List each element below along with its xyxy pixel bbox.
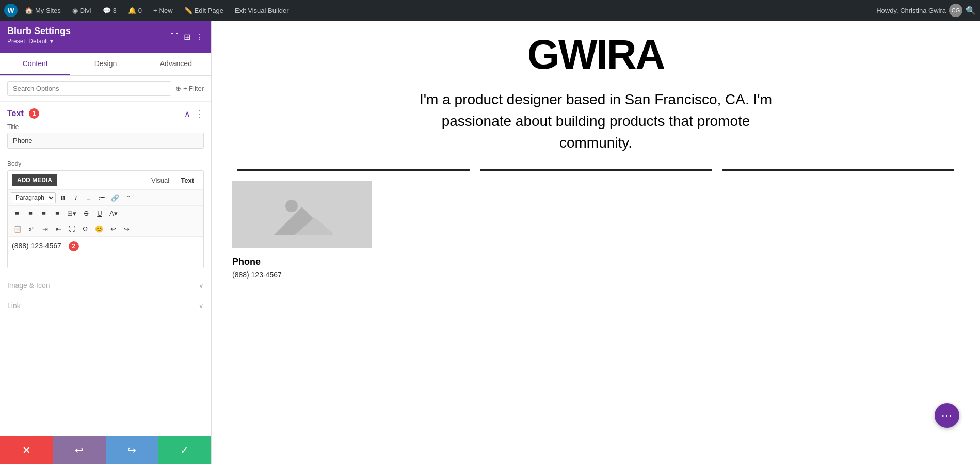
fullscreen-button[interactable]: ⛶ (66, 223, 78, 234)
link-section: Link ∨ (7, 294, 204, 314)
text-section-header: Text 1 ∧ ⋮ (7, 108, 204, 119)
add-media-button[interactable]: ADD MEDIA (12, 174, 57, 186)
bottom-bar: ✕ ↩ ↪ ✓ (0, 436, 211, 464)
save-button[interactable]: ✓ (158, 436, 211, 464)
nav-my-sites[interactable]: 🏠 My Sites (21, 5, 65, 17)
text-section-badge: 1 (29, 108, 39, 119)
nav-comments[interactable]: 💬 3 (99, 5, 121, 17)
cancel-button[interactable]: ✕ (0, 436, 53, 464)
nav-bubbles[interactable]: 🔔 0 (124, 5, 146, 17)
fab-button[interactable]: ··· (935, 403, 959, 428)
superscript-button[interactable]: x² (25, 223, 38, 234)
body-badge: 2 (69, 241, 79, 251)
panel-content: Text 1 ∧ ⋮ Title Body (0, 102, 211, 436)
justify-button[interactable]: ≡ (51, 208, 63, 219)
more-icon[interactable]: ⋮ (196, 32, 204, 42)
nav-edit-page[interactable]: ✏️ Edit Page (180, 5, 228, 17)
editor-toolbar-row2: ≡ ≡ ≡ ≡ ⊞▾ S U A▾ (8, 206, 203, 221)
table-button[interactable]: ⊞▾ (65, 208, 79, 219)
top-nav: W 🏠 My Sites ◉ Divi 💬 3 🔔 0 + New ✏️ Edi… (0, 0, 980, 21)
wordpress-icon[interactable]: W (4, 4, 18, 17)
redo-button[interactable]: ↪ (106, 436, 158, 464)
body-field-group: Body ADD MEDIA Visual Text Paragraph (7, 160, 204, 268)
search-row: ⊕ + Filter (0, 76, 211, 102)
search-icon[interactable]: 🔍 (966, 6, 976, 15)
outdent-button[interactable]: ⇤ (52, 223, 65, 234)
pencil-icon: ✏️ (184, 7, 192, 14)
visual-tab[interactable]: Visual (146, 175, 174, 186)
body-label: Body (7, 160, 204, 167)
site-title: GWIRA (232, 31, 959, 78)
align-center-button[interactable]: ≡ (24, 208, 37, 219)
formatting-group: B I ≡ ≔ 🔗 " (57, 192, 135, 203)
split-view-icon[interactable]: ⊞ (184, 32, 190, 42)
placeholder-svg (271, 191, 333, 238)
align-right-button[interactable]: ≡ (38, 208, 50, 219)
nav-right: Howdy, Christina Gwira CG 🔍 (876, 4, 976, 17)
text-color-button[interactable]: A▾ (107, 208, 120, 219)
ordered-list-button[interactable]: ≔ (95, 193, 108, 203)
bubble-icon: 🔔 (128, 7, 136, 14)
section-menu-icon[interactable]: ⋮ (195, 108, 204, 119)
panel-title: Blurb Settings (7, 26, 71, 37)
editor-toolbar-row1: Paragraph B I ≡ ≔ 🔗 " (8, 190, 203, 206)
link-arrow: ∨ (199, 302, 204, 310)
unordered-list-button[interactable]: ≡ (83, 193, 95, 203)
panel-header: Blurb Settings Preset: Default ▾ ⛶ ⊞ ⋮ (0, 21, 211, 53)
image-icon-arrow: ∨ (199, 282, 204, 290)
special-char-button[interactable]: Ω (79, 223, 91, 234)
right-content: GWIRA I'm a product designer based in Sa… (212, 21, 980, 464)
horizontal-lines (232, 169, 959, 171)
tab-design[interactable]: Design (70, 53, 140, 75)
image-icon-header[interactable]: Image & Icon ∨ (7, 281, 204, 290)
text-tab[interactable]: Text (175, 175, 199, 186)
blockquote-button[interactable]: " (122, 193, 135, 203)
paste-text-button[interactable]: 📋 (11, 223, 24, 234)
editor-container: ADD MEDIA Visual Text Paragraph B (7, 170, 204, 268)
nav-exit-builder[interactable]: Exit Visual Builder (231, 5, 293, 17)
blurb-body: (888) 123-4567 (232, 270, 387, 279)
title-input[interactable] (7, 133, 204, 149)
section-title-text: Text (7, 109, 24, 118)
visual-text-tabs: Visual Text (146, 175, 199, 186)
h-line-1 (237, 169, 470, 171)
nav-new[interactable]: + New (149, 5, 177, 17)
strikethrough-button[interactable]: S (80, 208, 92, 219)
blurb-card: Phone (888) 123-4567 (232, 181, 387, 279)
editor-toolbar-row3: 📋 x² ⇥ ⇤ ⛶ Ω 😊 ↩ ↪ (8, 221, 203, 237)
plus-icon: + (153, 7, 157, 14)
nav-divi[interactable]: ◉ Divi (68, 5, 95, 17)
panel-header-icons: ⛶ ⊞ ⋮ (170, 32, 204, 42)
tab-content[interactable]: Content (0, 53, 70, 75)
comment-icon: 💬 (103, 7, 111, 14)
underline-button[interactable]: U (93, 208, 106, 219)
indent-button[interactable]: ⇥ (39, 223, 51, 234)
emoji-button[interactable]: 😊 (92, 223, 106, 234)
filter-icon: ⊕ (175, 85, 181, 92)
bold-button[interactable]: B (57, 193, 69, 203)
divi-icon: ◉ (72, 7, 78, 14)
link-header[interactable]: Link ∨ (7, 301, 204, 310)
panel-header-top: Blurb Settings Preset: Default ▾ (7, 26, 71, 48)
image-icon-section: Image & Icon ∨ (7, 274, 204, 294)
paragraph-select[interactable]: Paragraph (11, 192, 56, 203)
image-placeholder (232, 181, 372, 248)
svg-point-0 (285, 200, 298, 212)
undo-editor-button[interactable]: ↩ (107, 223, 119, 234)
filter-button[interactable]: ⊕ + Filter (175, 85, 204, 92)
search-input[interactable] (7, 81, 171, 96)
collapse-icon[interactable]: ∧ (184, 109, 190, 119)
avatar: CG (949, 4, 962, 17)
redo-editor-button[interactable]: ↪ (120, 223, 133, 234)
undo-button[interactable]: ↩ (53, 436, 105, 464)
tab-advanced[interactable]: Advanced (141, 53, 211, 75)
italic-button[interactable]: I (70, 193, 82, 203)
link-button[interactable]: 🔗 (108, 193, 122, 203)
section-header-icons: ∧ ⋮ (184, 108, 204, 119)
blurb-title: Phone (232, 257, 387, 267)
expand-icon[interactable]: ⛶ (170, 33, 179, 42)
align-left-button[interactable]: ≡ (11, 208, 23, 219)
panel-tabs: Content Design Advanced (0, 53, 211, 76)
sites-icon: 🏠 (25, 7, 33, 14)
editor-body[interactable]: (888) 123-4567 2 (8, 237, 203, 268)
